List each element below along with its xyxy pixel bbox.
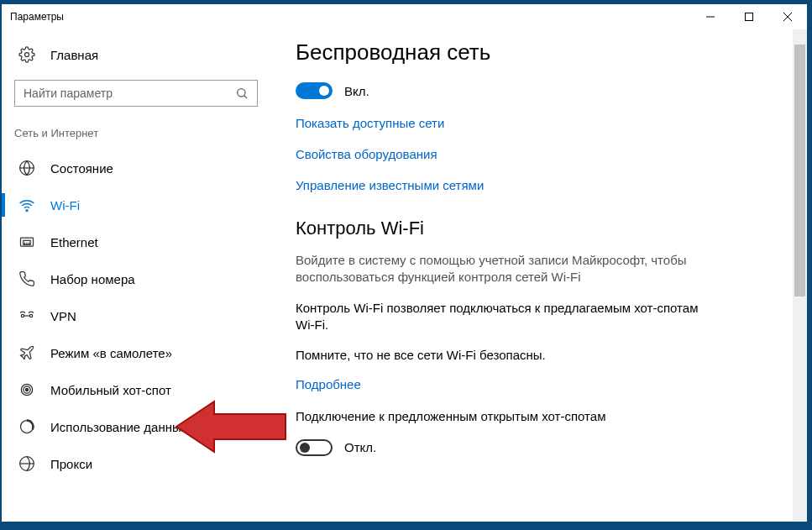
svg-point-18 <box>25 388 28 391</box>
sidebar-item-vpn[interactable]: VPN <box>2 297 270 334</box>
airplane-icon <box>18 344 35 361</box>
home-button[interactable]: Главная <box>2 38 270 71</box>
hotspot-icon <box>18 381 35 398</box>
section-title: Сеть и Интернет <box>2 122 270 150</box>
open-hotspot-label: Подключение к предложенным открытым хот-… <box>296 408 699 425</box>
sidebar-item-label: Состояние <box>50 161 113 176</box>
minimize-icon <box>706 13 715 21</box>
link-show-networks[interactable]: Показать доступные сети <box>296 116 782 130</box>
home-label: Главная <box>50 48 98 62</box>
search-input[interactable] <box>24 87 235 100</box>
vpn-icon <box>18 307 35 324</box>
globe-icon <box>18 160 35 176</box>
main-container: Главная Сеть и Интернет Состояние Wi-Fi … <box>2 29 807 522</box>
sidebar-item-label: Использование данных <box>50 420 187 434</box>
sidebar-item-label: Прокси <box>50 457 92 471</box>
wifi-sense-desc: Контроль Wi-Fi позволяет подключаться к … <box>296 300 699 334</box>
wifi-toggle[interactable] <box>296 82 333 99</box>
titlebar: Параметры <box>2 4 807 29</box>
svg-line-6 <box>244 96 247 98</box>
sidebar-item-label: Набор номера <box>50 272 135 286</box>
page-heading-wireless: Беспроводная сеть <box>296 39 782 66</box>
svg-point-4 <box>25 53 29 57</box>
sidebar-item-label: Ethernet <box>50 235 98 249</box>
sidebar-item-label: Режим «в самолете» <box>50 346 172 360</box>
link-learn-more[interactable]: Подробнее <box>296 377 782 391</box>
scrollbar-thumb[interactable] <box>794 45 805 296</box>
link-manage-networks[interactable]: Управление известными сетями <box>296 178 782 192</box>
page-heading-wifi-sense: Контроль Wi-Fi <box>296 218 782 239</box>
wifi-icon <box>18 197 35 213</box>
search-icon <box>235 87 249 100</box>
svg-point-5 <box>238 89 245 97</box>
maximize-icon <box>745 13 753 21</box>
open-hotspot-toggle[interactable] <box>296 439 333 456</box>
sidebar-item-dialup[interactable]: Набор номера <box>2 260 270 297</box>
sidebar: Главная Сеть и Интернет Состояние Wi-Fi … <box>2 29 270 522</box>
sidebar-item-label: Wi-Fi <box>50 198 80 213</box>
svg-rect-1 <box>746 13 753 21</box>
minimize-button[interactable] <box>691 4 730 29</box>
sidebar-item-proxy[interactable]: Прокси <box>2 445 270 482</box>
content-pane: Беспроводная сеть Вкл. Показать доступны… <box>270 29 807 522</box>
svg-point-9 <box>26 210 28 212</box>
ethernet-icon <box>18 234 35 250</box>
svg-point-15 <box>21 314 24 317</box>
scrollbar[interactable] <box>793 29 807 522</box>
sidebar-item-status[interactable]: Состояние <box>2 150 270 186</box>
signin-prompt-text: Войдите в систему с помощью учетной запи… <box>296 252 699 286</box>
sidebar-item-label: VPN <box>50 309 76 323</box>
open-hotspot-toggle-label: Откл. <box>344 440 376 454</box>
search-box[interactable] <box>14 80 258 107</box>
wifi-toggle-label: Вкл. <box>344 84 369 98</box>
settings-window: Параметры Главная <box>2 4 807 522</box>
hotspot-toggle-row: Откл. <box>296 439 782 456</box>
window-controls <box>691 4 807 29</box>
sidebar-item-data-usage[interactable]: Использование данных <box>2 408 270 445</box>
sidebar-item-label: Мобильный хот-спот <box>50 383 171 397</box>
sidebar-item-wifi[interactable]: Wi-Fi <box>2 186 270 223</box>
close-button[interactable] <box>768 4 807 29</box>
wifi-sense-warning: Помните, что не все сети Wi-Fi безопасны… <box>296 347 699 364</box>
link-hardware-props[interactable]: Свойства оборудования <box>296 147 782 161</box>
phone-icon <box>18 270 35 287</box>
wifi-toggle-row: Вкл. <box>296 82 782 99</box>
svg-point-16 <box>29 314 32 317</box>
sidebar-item-airplane[interactable]: Режим «в самолете» <box>2 334 270 371</box>
close-icon <box>783 13 792 21</box>
maximize-button[interactable] <box>730 4 768 29</box>
sidebar-item-hotspot[interactable]: Мобильный хот-спот <box>2 371 270 408</box>
proxy-icon <box>18 455 35 472</box>
window-title: Параметры <box>10 11 64 23</box>
data-usage-icon <box>18 418 35 435</box>
sidebar-item-ethernet[interactable]: Ethernet <box>2 223 270 260</box>
gear-icon <box>18 46 35 63</box>
